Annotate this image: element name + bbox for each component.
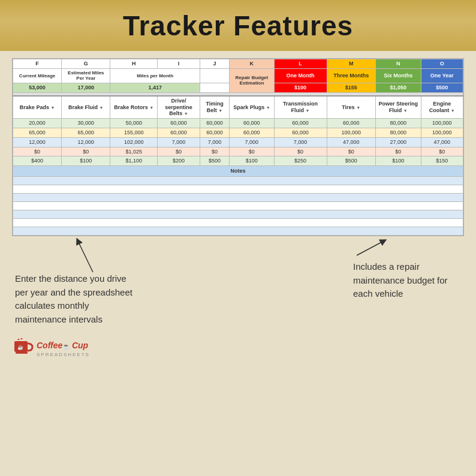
six-months-value: $1,050 <box>375 83 421 92</box>
brake-pads-header: Brake Pads ▼ <box>13 96 62 119</box>
notes-cell[interactable] <box>13 177 463 185</box>
brake-rotors-header: Brake Rotors ▼ <box>110 96 157 119</box>
cell[interactable]: 100,000 <box>327 128 375 137</box>
column-label-row: F G H I J K L M N O <box>13 59 463 69</box>
component-header-row: Brake Pads ▼ Brake Fluid ▼ Brake Rotors … <box>13 96 463 119</box>
spreadsheet-table: F G H I J K L M N O Current Mileage Esti… <box>13 59 463 236</box>
cell[interactable]: 60,000 <box>230 119 274 128</box>
notes-cell[interactable] <box>13 194 463 202</box>
cell[interactable]: $0 <box>327 147 375 156</box>
notes-row <box>13 202 463 210</box>
tires-header: Tires ▼ <box>327 96 375 119</box>
est-miles-label: Estimated Miles Per Year <box>62 68 110 83</box>
cell[interactable]: $1,100 <box>110 156 157 166</box>
cell[interactable]: 60,000 <box>230 128 274 137</box>
miles-month-label: Miles per Month <box>110 68 200 83</box>
cell[interactable]: 60,000 <box>327 119 375 128</box>
transmission-fluid-header: Transmission Fluid ▼ <box>274 96 327 119</box>
notes-cell[interactable] <box>13 210 463 219</box>
col-n-header: N <box>375 59 421 69</box>
cell[interactable]: 20,000 <box>13 119 62 128</box>
cell[interactable]: $100 <box>375 156 421 166</box>
annotations-area: Enter the distance you drive per year an… <box>0 236 476 368</box>
cell[interactable]: 12,000 <box>13 137 62 147</box>
table-row: 20,000 30,000 50,000 60,000 60,000 60,00… <box>13 119 463 128</box>
miles-month-value: 1,417 <box>110 83 200 92</box>
annotation-left: Enter the distance you drive per year an… <box>15 272 135 326</box>
cell[interactable]: $0 <box>421 147 463 156</box>
cell[interactable]: $0 <box>200 147 229 156</box>
cell[interactable]: 80,000 <box>375 119 421 128</box>
cell[interactable]: 60,000 <box>157 128 200 137</box>
cell[interactable]: 60,000 <box>274 128 327 137</box>
cell[interactable]: 50,000 <box>110 119 157 128</box>
notes-cell[interactable] <box>13 185 463 194</box>
spreadsheet-container: F G H I J K L M N O Current Mileage Esti… <box>12 58 464 236</box>
cell[interactable]: 65,000 <box>13 128 62 137</box>
svg-text:☕: ☕ <box>17 344 23 350</box>
cell[interactable]: $500 <box>327 156 375 166</box>
one-year-label: One Year <box>421 68 463 83</box>
cell[interactable]: $100 <box>62 156 110 166</box>
cell[interactable]: 27,000 <box>375 137 421 147</box>
cell[interactable]: 47,000 <box>421 137 463 147</box>
notes-cell[interactable] <box>13 227 463 236</box>
cell[interactable]: $0 <box>13 147 62 156</box>
table-row: 65,000 65,000 155,000 60,000 60,000 60,0… <box>13 128 463 137</box>
one-month-value: $100 <box>274 83 327 92</box>
cell[interactable]: $0 <box>274 147 327 156</box>
cell[interactable]: 100,000 <box>421 119 463 128</box>
cell[interactable]: 65,000 <box>62 128 110 137</box>
col-g-header: G <box>62 59 110 69</box>
page-title: Tracker Features <box>123 10 353 42</box>
current-mileage-label: Current Mileage <box>13 68 62 83</box>
top-data-row: Current Mileage Estimated Miles Per Year… <box>13 68 463 83</box>
six-months-label: Six Months <box>375 68 421 83</box>
cell[interactable]: 7,000 <box>200 137 229 147</box>
cell[interactable]: $0 <box>62 147 110 156</box>
col-o-header: O <box>421 59 463 69</box>
content-area: F G H I J K L M N O Current Mileage Esti… <box>0 51 476 236</box>
cell[interactable]: $150 <box>421 156 463 166</box>
coffee-cup-icon: ☕ <box>12 336 34 358</box>
cell[interactable]: 60,000 <box>200 128 229 137</box>
cell[interactable]: 7,000 <box>274 137 327 147</box>
cell[interactable]: 7,000 <box>157 137 200 147</box>
notes-cell[interactable] <box>13 219 463 227</box>
svg-line-0 <box>78 241 93 272</box>
cell[interactable]: $0 <box>230 147 274 156</box>
cell[interactable]: 80,000 <box>375 128 421 137</box>
cell[interactable]: $200 <box>157 156 200 166</box>
cell[interactable]: 12,000 <box>62 137 110 147</box>
est-miles-value[interactable]: 17,000 <box>62 83 110 92</box>
svg-rect-3 <box>16 352 28 354</box>
cell[interactable]: 60,000 <box>200 119 229 128</box>
cell[interactable]: 155,000 <box>110 128 157 137</box>
cell[interactable]: 7,000 <box>230 137 274 147</box>
cell[interactable]: $500 <box>200 156 229 166</box>
cell[interactable]: 30,000 <box>62 119 110 128</box>
annotation-left-text: Enter the distance you drive per year an… <box>15 273 132 324</box>
current-mileage-value[interactable]: 53,000 <box>13 83 62 92</box>
three-months-label: Three Months <box>327 68 375 83</box>
cell[interactable]: $0 <box>157 147 200 156</box>
cell[interactable]: 60,000 <box>157 119 200 128</box>
cell[interactable]: $400 <box>13 156 62 166</box>
one-year-value: $500 <box>421 83 463 92</box>
notes-cell[interactable] <box>13 202 463 210</box>
table-row: 12,000 12,000 102,000 7,000 7,000 7,000 … <box>13 137 463 147</box>
power-steering-header: Power Steering Fluid ▼ <box>375 96 421 119</box>
cell[interactable]: $0 <box>375 147 421 156</box>
cell[interactable]: 100,000 <box>421 128 463 137</box>
logo-sub: Spreadsheets <box>37 352 90 357</box>
cell[interactable]: $1,025 <box>110 147 157 156</box>
cell[interactable]: $100 <box>230 156 274 166</box>
cell[interactable]: 102,000 <box>110 137 157 147</box>
cell[interactable]: $250 <box>274 156 327 166</box>
repair-budget-label: Repair Budget Estimation <box>230 68 274 92</box>
cell[interactable]: 60,000 <box>274 119 327 128</box>
cell[interactable]: 47,000 <box>327 137 375 147</box>
col-i-header: I <box>157 59 200 69</box>
top-banner: Tracker Features <box>0 0 476 51</box>
empty-j <box>200 68 229 83</box>
